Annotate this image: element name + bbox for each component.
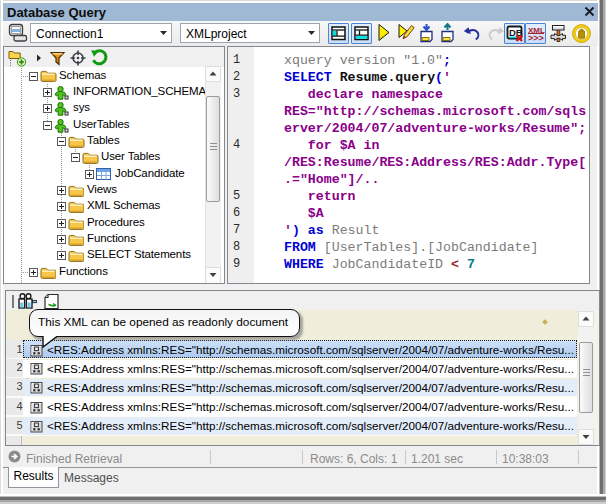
svg-text:>>>: >>>: [528, 33, 544, 43]
